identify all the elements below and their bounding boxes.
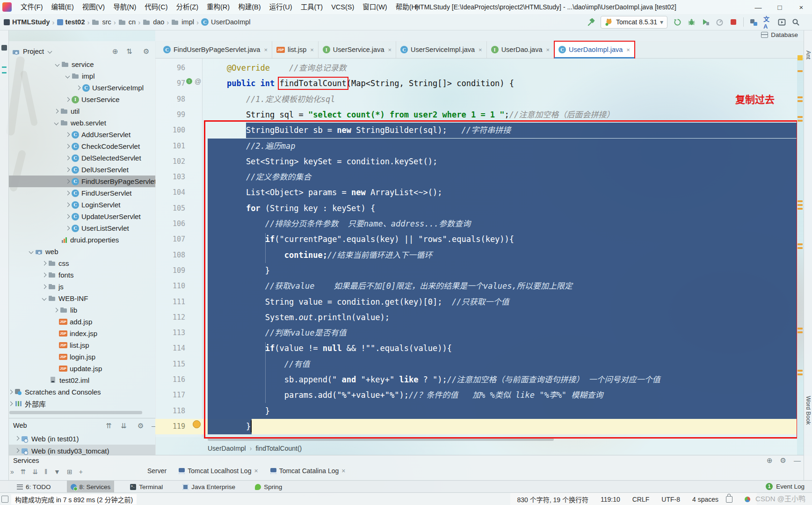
code-line-101[interactable]: //2.遍历map (208, 139, 296, 154)
code-line-114[interactable]: if(value != null && !"".equals(value)){ (208, 341, 452, 356)
preview-icon[interactable] (777, 18, 786, 26)
tree-item-js[interactable]: js (8, 281, 155, 293)
tree-item-deluserservlet[interactable]: CDelUserServlet (8, 164, 155, 176)
close-tab-icon[interactable]: × (310, 46, 314, 53)
editor-tab-active[interactable]: CUserDaoImpl.java× (554, 41, 635, 58)
service-log-tab[interactable]: Tomcat Catalina Log× (270, 467, 346, 475)
gutter-line-number[interactable]: 99 (159, 107, 185, 123)
chevron-right-icon[interactable] (65, 133, 69, 137)
code-line-97[interactable]: public int findTotalCount(Map<String, St… (208, 76, 514, 91)
warning-stripe-mark[interactable] (798, 70, 803, 72)
gutter-line-number[interactable]: 114 (159, 341, 185, 356)
gutter-line-number[interactable]: 119 (159, 419, 185, 434)
chevron-right-icon[interactable] (42, 285, 46, 289)
expand-all-icon[interactable]: ⇈ (21, 468, 26, 476)
pin-icon[interactable]: + (79, 468, 83, 476)
code-line-111[interactable]: String value = condition.get(key)[0]; //… (208, 294, 509, 310)
editor-breadcrumb-item[interactable]: UserDaoImpl (208, 445, 246, 452)
tree-item-update-jsp[interactable]: JSPupdate.jsp (8, 363, 155, 374)
breadcrumb-item[interactable]: CUserDaoImpl (201, 18, 251, 26)
rerun-icon[interactable] (673, 18, 682, 26)
close-tab-icon[interactable]: × (626, 46, 630, 53)
filter-icon[interactable]: ▼ (54, 468, 60, 476)
chevron-down-icon[interactable] (29, 250, 33, 254)
code-line-105[interactable]: for (String key : keySet) { (208, 201, 375, 216)
warning-stripe-mark[interactable] (798, 100, 803, 102)
file-encoding[interactable]: UTF-8 (661, 496, 680, 503)
gear-icon[interactable]: ⚙ (138, 422, 144, 430)
code-line-98[interactable]: //1.定义模板初始化sql (208, 92, 335, 107)
tree-item-finduserservlet[interactable]: CFindUserServlet (8, 187, 155, 199)
tree-item-service[interactable]: service (8, 59, 155, 70)
debug-icon[interactable] (687, 18, 696, 26)
gutter-line-number[interactable]: 106 (159, 216, 185, 232)
tree-item-updateuserservlet[interactable]: CUpdateUserServlet (8, 211, 155, 222)
tree-item-lib[interactable]: lib (8, 304, 155, 316)
chevron-right-icon[interactable] (65, 145, 69, 148)
translate-icon[interactable]: 文A (763, 18, 772, 26)
menu-item[interactable]: 视图(V) (78, 3, 109, 11)
tree-item-util[interactable]: util (8, 105, 155, 117)
tree-item-web-inf[interactable]: WEB-INF (8, 293, 155, 304)
web-config-item[interactable]: Web (in test01) (8, 432, 155, 445)
menu-item[interactable]: 运行(U) (265, 3, 296, 11)
color-scheme-icon[interactable] (745, 497, 750, 502)
close-tab-icon[interactable]: × (341, 467, 345, 475)
project-tool-icon[interactable] (1, 45, 7, 51)
close-tab-icon[interactable]: × (264, 46, 268, 53)
tool-window-button-terminal[interactable]: Terminal (126, 481, 167, 493)
web-config-item[interactable]: Web (in study03_tomcat) (8, 445, 155, 455)
tree-item-adduserservlet[interactable]: CAddUserServlet (8, 129, 155, 140)
code-line-119[interactable]: } (208, 419, 251, 434)
breadcrumb-item[interactable]: impl (171, 18, 194, 26)
gutter-line-number[interactable]: 112 (159, 310, 185, 325)
tree-item-web[interactable]: web (8, 246, 155, 257)
code-line-108[interactable]: continue;//结束当前循环进入下一循环 (208, 248, 432, 263)
line-separator[interactable]: CRLF (632, 496, 650, 503)
tree-item-userlistservlet[interactable]: CUserListServlet (8, 222, 155, 234)
wordbook-tool-button[interactable]: Word Book (805, 396, 812, 425)
breadcrumb-item[interactable]: cn (118, 18, 136, 26)
close-tab-icon[interactable]: × (254, 467, 258, 475)
tree-item-finduserbypageservlet[interactable]: CFindUserByPageServlet (8, 176, 155, 187)
menu-item[interactable]: 窗口(W) (358, 3, 391, 11)
chevron-right-icon[interactable] (65, 180, 69, 183)
tree-item-druid-properties[interactable]: druid.properties (8, 234, 155, 246)
code-line-102[interactable]: Set<String> keySet = condition.keySet(); (208, 154, 437, 169)
locate-file-icon[interactable]: ⊕ (112, 47, 118, 56)
code-line-100[interactable]: StringBuilder sb = new StringBuilder(sql… (208, 123, 511, 138)
menu-item[interactable]: 重构(R) (203, 3, 234, 11)
event-log-button[interactable]: 1 Event Log (766, 480, 805, 492)
structure-icon[interactable] (749, 18, 758, 26)
gutter-line-number[interactable]: 118 (159, 403, 185, 419)
gutter-line-number[interactable]: 111 (159, 294, 185, 310)
minimize-button[interactable]: — (747, 0, 769, 14)
collapse-all-icon[interactable]: ⇊ (121, 422, 127, 430)
code-line-118[interactable]: } (208, 403, 270, 419)
chevron-right-icon[interactable] (42, 273, 46, 277)
readonly-lock-icon[interactable] (726, 496, 732, 503)
tree-item-login-jsp[interactable]: JSPlogin.jsp (8, 351, 155, 363)
horizontal-scrollbar[interactable] (208, 438, 554, 441)
gutter-line-number[interactable]: 97 (159, 76, 185, 91)
warning-stripe-mark[interactable] (798, 247, 803, 249)
stop-icon[interactable] (729, 18, 738, 26)
gutter-line-number[interactable]: 117 (159, 388, 185, 403)
gutter-line-number[interactable]: 101 (159, 139, 185, 154)
tool-window-button-javaee[interactable]: Java Enterprise (179, 481, 239, 493)
chevron-right-icon[interactable] (65, 191, 69, 195)
chevron-down-icon[interactable] (54, 121, 58, 125)
gutter-line-number[interactable]: 113 (159, 325, 185, 341)
error-stripe[interactable] (797, 41, 804, 456)
tree-item-test02-iml[interactable]: test02.iml (8, 374, 155, 386)
warning-stripe-mark[interactable] (798, 331, 803, 333)
chevron-right-icon[interactable] (65, 168, 69, 172)
tree-item-scratches-and-consoles[interactable]: Scratches and Consoles (8, 386, 155, 398)
gutter-line-number[interactable]: 104 (159, 185, 185, 200)
chevron-right-icon[interactable] (65, 227, 69, 230)
warning-stripe-mark[interactable] (798, 328, 803, 329)
chevron-right-icon[interactable] (15, 437, 19, 440)
tool-window-button-services[interactable]: 8: Services (67, 481, 115, 493)
database-tool-button[interactable]: Database (761, 31, 798, 38)
chevron-right-icon[interactable] (54, 110, 58, 113)
